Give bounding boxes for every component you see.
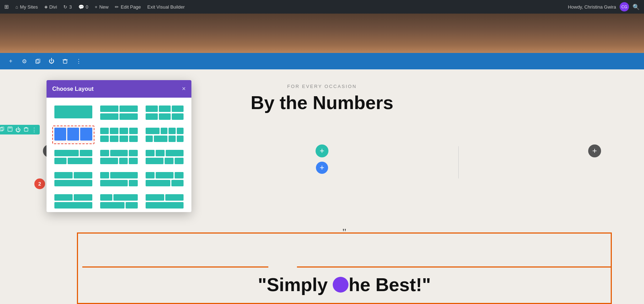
svg-rect-2	[63, 60, 67, 63]
layout-option-quarter-x4[interactable]	[98, 126, 140, 144]
wp-logo[interactable]: ⊞	[4, 4, 9, 10]
svg-rect-6	[9, 127, 11, 129]
edit-page-link[interactable]: ✏ Edit Page	[115, 4, 141, 10]
layout-option-two-one[interactable]	[52, 148, 94, 166]
simply-best-avatar	[333, 277, 348, 293]
col-divider-2	[458, 146, 459, 178]
admin-bar-right: Howdy, Christina Gwira CG 🔍	[568, 2, 640, 11]
divi-label: Divi	[49, 4, 57, 10]
new-icon: +	[95, 4, 98, 10]
layout-option-row5-2[interactable]	[98, 192, 140, 211]
divi-icon: ◈	[44, 4, 48, 9]
layout-option-uneven-multi[interactable]	[98, 170, 140, 188]
page-hero-background	[0, 14, 644, 53]
choose-layout-modal: Choose Layout ×	[47, 80, 191, 212]
builder-toolbar: + ⚙ ⏻ ⋮	[0, 53, 644, 69]
avatar[interactable]: CG	[620, 2, 629, 11]
layout-option-third-third[interactable]	[143, 103, 186, 122]
simply-best-text: "Simply he Best!"	[78, 275, 611, 294]
row-toolbar: ✛ ⚙ ⏻ ⋮	[0, 125, 40, 134]
disable-button[interactable]: ⏻	[46, 55, 57, 67]
layout-option-row5-1[interactable]	[52, 192, 94, 211]
step-badge-2: 2	[34, 178, 45, 189]
layout-option-full[interactable]	[52, 103, 94, 122]
howdy-user: Howdy, Christina Gwira	[568, 4, 616, 10]
col-2-area: + +	[316, 144, 328, 174]
layout-option-bottom-span[interactable]	[52, 170, 94, 188]
clone-button[interactable]	[32, 55, 44, 67]
choose-layout-body	[47, 98, 191, 212]
layout-option-half-half[interactable]	[98, 103, 140, 122]
choose-layout-close-button[interactable]: ×	[182, 85, 186, 93]
main-content: FOR EVERY OCCASION By the Numbers 1 ✛ ⚙ …	[0, 69, 644, 304]
col-3-add-button[interactable]: +	[588, 144, 601, 157]
my-sites-icon: ⌂	[15, 4, 18, 10]
new-menu[interactable]: + New	[95, 4, 109, 10]
edit-page-label: Edit Page	[121, 4, 141, 10]
comments-count: 0	[86, 4, 88, 10]
choose-layout-title: Choose Layout	[52, 86, 94, 92]
comments-icon: 💬	[78, 4, 84, 10]
divi-menu[interactable]: ◈ Divi	[44, 4, 57, 10]
search-icon[interactable]: 🔍	[633, 4, 640, 10]
more-options-button[interactable]: ⋮	[73, 55, 84, 67]
my-sites-label: My Sites	[20, 4, 38, 10]
orange-line-right	[297, 266, 611, 268]
orange-line-left	[82, 266, 268, 268]
layout-option-split[interactable]	[143, 148, 186, 166]
wp-logo-icon: ⊞	[4, 4, 9, 10]
add-section-button[interactable]: +	[5, 55, 16, 67]
exit-visual-builder-label: Exit Visual Builder	[147, 4, 185, 10]
row-save-button[interactable]	[8, 127, 13, 133]
admin-bar: ⊞ ⌂ My Sites ◈ Divi ↻ 3 💬 0 + New ✏ Edit…	[0, 0, 644, 14]
row-more-button[interactable]: ⋮	[31, 127, 37, 133]
my-sites-menu[interactable]: ⌂ My Sites	[15, 4, 38, 10]
orange-border-section: " "Simply he Best!"	[77, 232, 612, 304]
comments-menu[interactable]: 💬 0	[78, 4, 88, 10]
quote-mark: "	[342, 226, 346, 238]
layout-option-three-uneven[interactable]	[98, 148, 140, 166]
exit-visual-builder-link[interactable]: Exit Visual Builder	[147, 4, 185, 10]
choose-layout-header: Choose Layout ×	[47, 80, 191, 98]
settings-button[interactable]: ⚙	[19, 55, 30, 67]
updates-menu[interactable]: ↻ 3	[63, 4, 72, 10]
updates-icon: ↻	[63, 4, 67, 10]
layout-option-row5-3[interactable]	[143, 192, 186, 211]
edit-page-icon: ✏	[115, 4, 119, 10]
row-disable-button[interactable]: ⏻	[15, 127, 21, 133]
col-3-area: +	[588, 144, 601, 157]
layout-option-thirds-selected[interactable]	[52, 126, 94, 144]
new-label: New	[99, 4, 108, 10]
delete-button[interactable]	[59, 55, 71, 67]
col-2-add-button-blue[interactable]: +	[316, 162, 328, 174]
svg-rect-7	[24, 128, 28, 131]
updates-count: 3	[69, 4, 72, 10]
row-clone-button[interactable]	[0, 127, 5, 133]
layout-option-varied-1[interactable]	[143, 126, 186, 144]
layout-option-wide-center[interactable]	[143, 170, 186, 188]
row-delete-button[interactable]	[24, 127, 29, 133]
col-2-add-button[interactable]: +	[316, 144, 328, 157]
